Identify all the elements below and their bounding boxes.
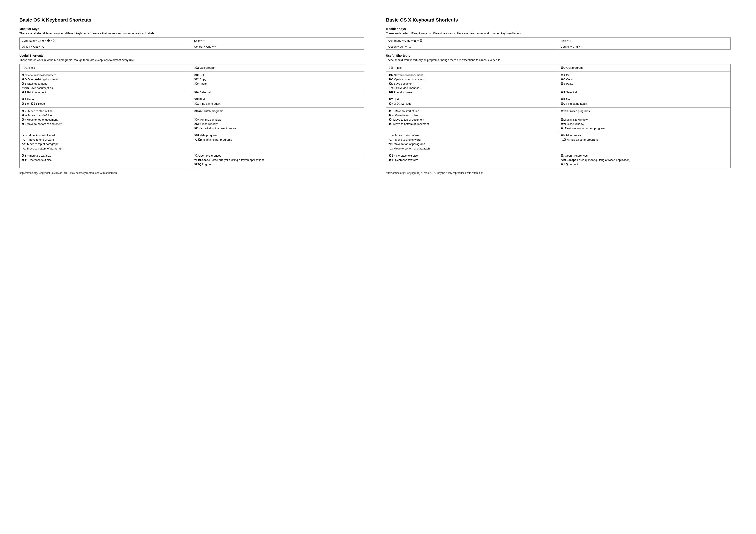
right-panel: Basic OS X Keyboard Shortcuts Modifier K… xyxy=(375,9,741,525)
left-modifier-desc: These are labelled different ways on dif… xyxy=(19,32,364,35)
table-row: ⇧⌘? Help ⌘Q Quit program xyxy=(20,64,364,71)
modifier-cell: Shift = ⇧ xyxy=(558,38,731,44)
left-title: Basic OS X Keyboard Shortcuts xyxy=(19,17,364,23)
shortcut-cell-right: ⌘Tab Switch programs ⌘M Minimize window … xyxy=(558,108,731,132)
shortcut-cell-left: ⌘N New window/document ⌘O Open existing … xyxy=(20,71,192,96)
left-modifier-table: Command = Cmd = 金 = ⌘ Shift = ⇧ Option =… xyxy=(19,38,364,50)
shortcut-cell-left: ⌘⇧= Increase text size ⌘⇧- Decrease text… xyxy=(20,152,192,168)
shortcut-cell-left: ⌘Z Undo ⌘Y or ⌘⇧Z Redo xyxy=(386,96,558,108)
shortcut-cell-right: ⌘Q Quit program xyxy=(558,64,731,71)
modifier-cell: Control = Cntl = ^ xyxy=(558,44,731,50)
left-shortcuts-table: ⇧⌘? Help ⌘Q Quit program ⌘N New window/d… xyxy=(19,64,364,168)
table-row: ⌘← Move to start of line ⌘→ Move to end … xyxy=(20,108,364,132)
table-row: Option = Opt = ⌥ Control = Cntl = ^ xyxy=(386,44,731,50)
shortcut-cell-right: ⌘F Find... ⌘G Find same again xyxy=(192,96,364,108)
table-row: ⇧⌘? Help ⌘Q Quit program xyxy=(386,64,731,71)
table-row: Command = Cmd = 金 = ⌘ Shift = ⇧ xyxy=(386,38,731,44)
shortcut-cell-right: ⌘X Cut ⌘C Copy ⌘V Paste ⌘A Select all xyxy=(558,71,731,96)
modifier-cell: Command = Cmd = 金 = ⌘ xyxy=(386,38,558,44)
shortcut-cell-right: ⌘H Hide program ⌥⌘H Hide all other progr… xyxy=(192,132,364,152)
left-footer: http://atmac.org/ Copyright (c) ATMac 20… xyxy=(19,171,364,174)
table-row: ⌘N New window/document ⌘O Open existing … xyxy=(20,71,364,96)
shortcut-cell-left: ⌥← Move to start of word ⌥→ Move to end … xyxy=(386,132,558,152)
left-modifier-title: Modifier Keys xyxy=(19,27,364,31)
shortcut-cell-right: ⌘X Cut ⌘C Copy ⌘V Paste ⌘A Select all xyxy=(192,71,364,96)
shortcut-cell-left: ⇧⌘? Help xyxy=(20,64,192,71)
table-row: ⌘N New window/document ⌘O Open existing … xyxy=(386,71,731,96)
right-title: Basic OS X Keyboard Shortcuts xyxy=(386,17,731,23)
shortcut-cell-right: ⌘, Open Preferences ⌥⌘Escape Force quit … xyxy=(558,152,731,168)
right-useful-desc: These should work in virtually all progr… xyxy=(386,58,731,62)
shortcut-cell-left: ⌘Z Undo ⌘Y or ⌘⇧Z Redo xyxy=(20,96,192,108)
modifier-cell: Option = Opt = ⌥ xyxy=(20,44,192,50)
shortcut-cell-right: ⌘Tab Switch programs ⌘M Minimize window … xyxy=(192,108,364,132)
left-panel: Basic OS X Keyboard Shortcuts Modifier K… xyxy=(9,9,375,525)
table-row: ⌘← Move to start of line ⌘→ Move to end … xyxy=(386,108,731,132)
shortcut-cell-left: ⌘N New window/document ⌘O Open existing … xyxy=(386,71,558,96)
shortcut-cell-right: ⌘, Open Preferences ⌥⌘Escape Force quit … xyxy=(192,152,364,168)
shortcut-cell-left: ⌥← Move to start of word ⌥→ Move to end … xyxy=(20,132,192,152)
table-row: ⌥← Move to start of word ⌥→ Move to end … xyxy=(20,132,364,152)
shortcut-cell-right: ⌘F Find... ⌘G Find same again xyxy=(558,96,731,108)
table-row: ⌘⇧= Increase text size ⌘⇧- Decrease text… xyxy=(386,152,731,168)
modifier-cell: Control = Cntl = ^ xyxy=(192,44,364,50)
table-row: ⌘⇧= Increase text size ⌘⇧- Decrease text… xyxy=(20,152,364,168)
shortcut-cell-left: ⇧⌘? Help xyxy=(386,64,558,71)
right-modifier-desc: These are labelled different ways on dif… xyxy=(386,32,731,35)
shortcut-cell-right: ⌘H Hide program ⌥⌘H Hide all other progr… xyxy=(558,132,731,152)
shortcut-cell-left: ⌘← Move to start of line ⌘→ Move to end … xyxy=(386,108,558,132)
right-modifier-table: Command = Cmd = 金 = ⌘ Shift = ⇧ Option =… xyxy=(386,38,731,50)
right-shortcuts-table: ⇧⌘? Help ⌘Q Quit program ⌘N New window/d… xyxy=(386,64,731,168)
shortcut-cell-left: ⌘← Move to start of line ⌘→ Move to end … xyxy=(20,108,192,132)
table-row: ⌘Z Undo ⌘Y or ⌘⇧Z Redo ⌘F Find... ⌘G Fin… xyxy=(386,96,731,108)
left-useful-title: Useful Shortcuts xyxy=(19,54,364,57)
shortcut-cell-left: ⌘⇧= Increase text size ⌘⇧- Decrease text… xyxy=(386,152,558,168)
left-useful-desc: These should work in virtually all progr… xyxy=(19,58,364,62)
right-footer: http://atmac.org/ Copyright (c) ATMac 20… xyxy=(386,171,731,174)
right-useful-title: Useful Shortcuts xyxy=(386,54,731,57)
shortcut-cell-right: ⌘Q Quit program xyxy=(192,64,364,71)
table-row: ⌥← Move to start of word ⌥→ Move to end … xyxy=(386,132,731,152)
modifier-cell: Option = Opt = ⌥ xyxy=(386,44,558,50)
modifier-cell: Shift = ⇧ xyxy=(192,38,364,44)
table-row: Option = Opt = ⌥ Control = Cntl = ^ xyxy=(20,44,364,50)
modifier-cell: Command = Cmd = 金 = ⌘ xyxy=(20,38,192,44)
right-modifier-title: Modifier Keys xyxy=(386,27,731,31)
table-row: Command = Cmd = 金 = ⌘ Shift = ⇧ xyxy=(20,38,364,44)
table-row: ⌘Z Undo ⌘Y or ⌘⇧Z Redo ⌘F Find... ⌘G Fin… xyxy=(20,96,364,108)
